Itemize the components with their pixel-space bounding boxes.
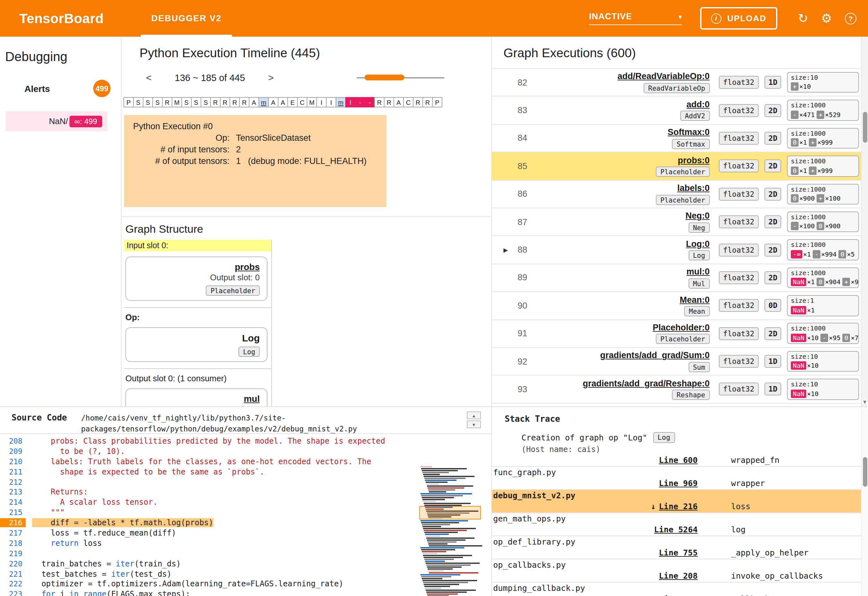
graph-execution-row[interactable]: 93gradients/add_grad/Reshape:0Reshapeflo… <box>492 376 868 404</box>
code-line[interactable]: 210 labels: Truth labels for the classes… <box>0 456 491 467</box>
frame-line-link[interactable]: Line 755 <box>492 547 698 557</box>
tab-debugger-v2[interactable]: DEBUGGER V2 <box>141 0 232 37</box>
tensor-name-link[interactable]: gradients/add_grad/Sum:0 <box>539 351 710 361</box>
tensor-name-link[interactable]: gradients/add_grad/Reshape:0 <box>539 378 710 388</box>
timeline-cell[interactable]: M <box>307 97 317 108</box>
timeline-cell[interactable]: R <box>239 97 249 108</box>
timeline-cell[interactable]: C <box>297 97 307 108</box>
alerts-row[interactable]: Alerts 499 <box>0 80 121 97</box>
timeline-cell[interactable]: S <box>143 97 153 108</box>
timeline-cell[interactable]: S <box>191 97 201 108</box>
timeline-cell[interactable]: A <box>394 97 404 108</box>
code-line[interactable]: 211 shape is expected to be the same as … <box>0 466 491 477</box>
stack-frame[interactable]: dumping_callback.pyLine 577callback <box>492 583 868 596</box>
minimap-viewport[interactable] <box>419 506 481 519</box>
timeline-cell[interactable]: C <box>403 97 413 108</box>
tensor-name-link[interactable]: Placeholder:0 <box>539 323 710 333</box>
tensor-name-link[interactable]: Softmax:0 <box>539 127 710 137</box>
timeline-cell[interactable]: R <box>220 97 230 108</box>
tensor-name-link[interactable]: Mean:0 <box>539 295 710 305</box>
timeline-cell[interactable]: A <box>249 97 259 108</box>
timeline-cell[interactable]: E <box>288 97 298 108</box>
timeline-cell[interactable]: S <box>133 97 143 108</box>
upload-button[interactable]: i UPLOAD <box>700 7 777 30</box>
prev-page-button[interactable]: < <box>140 72 158 83</box>
code-minimap[interactable] <box>419 466 484 596</box>
stack-frame[interactable]: gen_math_ops.pyLine 5264log <box>492 513 868 536</box>
stack-frame[interactable]: debug_mnist_v2.py↓Line 216loss <box>492 490 868 513</box>
input-node-link[interactable]: probs <box>133 262 260 272</box>
help-icon[interactable]: ? <box>845 13 856 24</box>
timeline-cell[interactable]: A <box>278 97 288 108</box>
timeline-cell[interactable]: R <box>374 97 384 108</box>
input-node-card[interactable]: probs Output slot: 0 Placeholder <box>125 257 267 301</box>
graph-execution-row[interactable]: 82add/ReadVariableOp:0ReadVariableOpfloa… <box>492 69 868 97</box>
timeline-cell[interactable]: R <box>230 97 240 108</box>
timeline-cell[interactable]: I <box>316 97 327 108</box>
stack-trace-scrollbar[interactable] <box>861 407 868 596</box>
graph-execution-row[interactable]: 85probs:0Placeholderfloat322Dsize:10000×… <box>492 152 868 180</box>
nan-inf-alert-row[interactable]: NaN/ ∞: 499 <box>6 111 107 131</box>
timeline-cell[interactable]: S <box>201 97 211 108</box>
graph-execution-row[interactable]: 90Mean:0Meanfloat320Dsize:1NaN×1 <box>492 292 868 320</box>
gear-icon[interactable]: ⚙ <box>821 11 832 26</box>
graph-execution-row[interactable]: 89mul:0Mulfloat322Dsize:1000NaN×10×904+×… <box>492 264 868 292</box>
graph-executions-scrollbar[interactable]: ▼ <box>861 37 868 406</box>
code-line[interactable]: 213 Returns: <box>0 487 491 497</box>
refresh-icon[interactable]: ↻ <box>798 11 808 26</box>
scrollbar-down-arrow[interactable]: ▼ <box>862 399 867 405</box>
timeline-cell[interactable]: S <box>152 97 163 108</box>
code-line[interactable]: 208 probs: Class probabilities predicted… <box>0 436 491 446</box>
timeline-cell[interactable]: R <box>422 97 433 108</box>
code-line[interactable]: 209 to be (?, 10). <box>0 446 491 456</box>
slider-thumb[interactable] <box>365 74 404 80</box>
scrollbar-thumb[interactable] <box>863 112 867 143</box>
output-node-card[interactable]: mul Input slot: 1 Mul <box>125 388 267 406</box>
graph-execution-row[interactable]: 84Softmax:0Softmaxfloat322Dsize:10000×1+… <box>492 125 868 153</box>
next-page-button[interactable]: > <box>262 72 280 83</box>
code-line[interactable]: 212 <box>0 477 491 487</box>
code-line[interactable]: 214 A scalar loss tensor. <box>0 497 491 507</box>
tensor-name-link[interactable]: probs:0 <box>539 155 710 165</box>
timeline-cell[interactable]: m <box>258 97 269 108</box>
frame-line-link[interactable]: Line 208 <box>492 571 698 580</box>
frame-line-link[interactable]: ↓Line 216 <box>492 501 698 511</box>
file-down-button[interactable]: ▼ <box>467 420 481 428</box>
timeline-cell[interactable]: R <box>162 97 172 108</box>
tensor-name-link[interactable]: add:0 <box>539 100 710 110</box>
graph-execution-row[interactable]: 91Placeholder:0Placeholderfloat322Dsize:… <box>492 320 868 348</box>
timeline-cell[interactable]: P <box>432 97 442 108</box>
timeline-cell[interactable]: A <box>268 97 278 108</box>
frame-line-link[interactable]: Line 5264 <box>492 524 698 534</box>
frame-line-link[interactable]: Line 969 <box>492 478 698 488</box>
stack-frame[interactable]: Line 600wrapped_fn <box>492 454 868 467</box>
file-up-button[interactable]: ▲ <box>467 412 481 419</box>
graph-execution-row[interactable]: ▶88Log:0Logfloat322Dsize:1000-∞×1-×9940×… <box>492 236 868 264</box>
timeline-cell[interactable]: R <box>413 97 423 108</box>
code-line[interactable]: 219 <box>0 549 491 559</box>
tensor-name-link[interactable]: labels:0 <box>539 183 710 193</box>
tensor-name-link[interactable]: Neg:0 <box>539 211 710 221</box>
code-line[interactable]: 218 return loss <box>0 538 491 549</box>
frame-line-link[interactable]: Line 577 <box>492 594 698 596</box>
graph-execution-row[interactable]: 83add:0AddV2float322Dsize:1000-×471+×529 <box>492 97 868 125</box>
graph-execution-row[interactable]: 86labels:0Placeholderfloat322Dsize:10000… <box>492 180 868 208</box>
stack-frame[interactable]: op_def_library.pyLine 755_apply_op_helpe… <box>492 536 868 559</box>
scrollbar-thumb[interactable] <box>863 457 867 487</box>
timeline-cell[interactable]: m <box>336 97 346 108</box>
code-line[interactable]: 221 test_batches = iter(test_ds) <box>0 569 491 579</box>
tensor-name-link[interactable]: Log:0 <box>539 239 710 249</box>
tensor-name-link[interactable]: add/ReadVariableOp:0 <box>539 72 710 82</box>
timeline-cell[interactable]: S <box>181 97 192 108</box>
graph-execution-row[interactable]: 92gradients/add_grad/Sum:0Sumfloat321Dsi… <box>492 348 868 376</box>
code-line[interactable]: 222 optimizer = tf.optimizers.Adam(learn… <box>0 579 491 589</box>
timeline-cell[interactable]: R <box>210 97 220 108</box>
timeline-cell[interactable]: - <box>365 97 375 108</box>
stack-frame[interactable]: op_callbacks.pyLine 208invoke_op_callbac… <box>492 559 868 583</box>
code-line[interactable]: 223 for i in range(FLAGS.max_steps): <box>0 589 491 596</box>
stack-frame[interactable]: func_graph.pyLine 969wrapper <box>492 467 868 490</box>
timeline-cell[interactable]: l <box>345 97 356 108</box>
code-line[interactable]: 220 train_batches = iter(train_ds) <box>0 558 491 569</box>
graph-execution-row[interactable]: 87Neg:0Negfloat322Dsize:1000-×1000×900 <box>492 208 868 236</box>
code-line[interactable]: 215 """ <box>0 507 491 518</box>
